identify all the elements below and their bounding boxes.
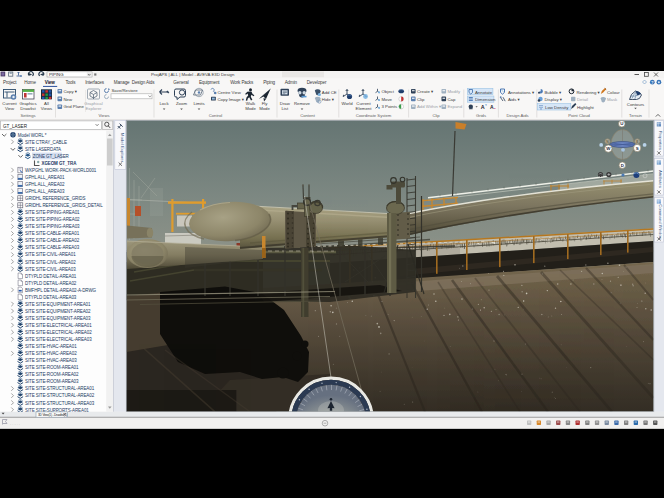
svg-text:Mode: Mode — [259, 106, 270, 111]
svg-text:Annotations ▾: Annotations ▾ — [508, 90, 535, 95]
svg-text:Object: Object — [382, 89, 395, 94]
svg-text:List: List — [281, 106, 288, 111]
svg-text:Grids: Grids — [476, 113, 486, 118]
svg-text:GRIDHL REFERENCE_GRIDS_DETAIL: GRIDHL REFERENCE_GRIDS_DETAIL — [25, 203, 103, 208]
svg-text:Create ▾: Create ▾ — [417, 89, 434, 94]
svg-text:SITE SITE-STRUCTURAL-AREA01: SITE SITE-STRUCTURAL-AREA01 — [25, 386, 95, 391]
svg-text:Properties: Properties — [658, 131, 663, 150]
svg-text:Contours: Contours — [627, 102, 644, 107]
svg-text:SITE SITE-PIPING-AREA03: SITE SITE-PIPING-AREA03 — [25, 224, 80, 229]
svg-text:SITE SITE-CIVIL-AREA03: SITE SITE-CIVIL-AREA03 — [25, 267, 76, 272]
svg-text:3D View(1) - Drawlist(1): 3D View(1) - Drawlist(1) — [38, 413, 67, 417]
svg-text:Dimension: Dimension — [475, 97, 496, 102]
svg-text:World: World — [341, 101, 353, 106]
svg-text:Grid Plane: Grid Plane — [64, 104, 85, 109]
svg-text:?: ? — [651, 81, 653, 85]
svg-text:DTYPLD DETAIL-AREA03: DTYPLD DETAIL-AREA03 — [25, 295, 77, 300]
svg-text:SITE SITE-ROOM-AREA01: SITE SITE-ROOM-AREA01 — [25, 365, 79, 370]
svg-text:Explorer: Explorer — [85, 106, 102, 111]
svg-text:Centre View: Centre View — [218, 90, 242, 95]
svg-text:SITE SITE-ROOM-AREA03: SITE SITE-ROOM-AREA03 — [25, 379, 79, 384]
svg-text:Display ▾: Display ▾ — [545, 97, 563, 102]
svg-text:U: U — [620, 121, 623, 126]
svg-text:Admin: Admin — [285, 80, 298, 85]
svg-text:Detail: Detail — [577, 97, 588, 102]
svg-text:A: A — [481, 104, 485, 110]
svg-text:DTYPLD DETAIL-AREA02: DTYPLD DETAIL-AREA02 — [25, 281, 77, 286]
svg-text:GT_LASER: GT_LASER — [3, 124, 28, 129]
svg-text:New: New — [64, 97, 73, 102]
svg-text:S: S — [636, 146, 639, 151]
svg-text:Equipment: Equipment — [199, 80, 220, 85]
svg-text:Clip: Clip — [417, 97, 425, 102]
svg-text:Interfaces: Interfaces — [85, 80, 105, 85]
svg-text:Zoom: Zoom — [176, 101, 187, 106]
svg-text:Copy Image ▾: Copy Image ▾ — [218, 97, 245, 102]
svg-text:Views: Views — [98, 113, 109, 118]
svg-text:Attributes: Attributes — [658, 170, 663, 188]
svg-text:ZONE GT_LASER: ZONE GT_LASER — [33, 154, 70, 159]
svg-text:Mask: Mask — [607, 97, 618, 102]
svg-text:SITE SITE-CIVIL-AREA02: SITE SITE-CIVIL-AREA02 — [25, 260, 76, 265]
svg-text:ProjAPS | ALL | Model - AVEVA: ProjAPS | ALL | Model - AVEVA E3D Design — [151, 72, 235, 77]
svg-text:GRIDHL REFERENCE_GRIDS: GRIDHL REFERENCE_GRIDS — [25, 196, 85, 201]
svg-text:PIPING: PIPING — [49, 72, 64, 77]
svg-text:Coordinate System: Coordinate System — [356, 113, 392, 118]
svg-text:SITE SITE-ELECTRICAL-AREA02: SITE SITE-ELECTRICAL-AREA02 — [25, 330, 92, 335]
svg-text:Terrain: Terrain — [629, 113, 642, 118]
svg-text:Mode: Mode — [245, 106, 256, 111]
svg-text:Tools: Tools — [65, 80, 76, 85]
svg-text:SITE SITE-ELECTRICAL-AREA03: SITE SITE-ELECTRICAL-AREA03 — [25, 337, 92, 342]
svg-text:Element: Element — [356, 106, 373, 111]
svg-text:3 Points: 3 Points — [382, 104, 398, 109]
svg-text:SITE SITE-ROOM-AREA02: SITE SITE-ROOM-AREA02 — [25, 372, 79, 377]
svg-text:Highlight: Highlight — [577, 105, 595, 110]
svg-text:General: General — [173, 80, 188, 85]
svg-text:Design Aids: Design Aids — [132, 80, 155, 85]
svg-text:View: View — [45, 80, 55, 85]
svg-text:SITE LASERDATA: SITE LASERDATA — [25, 147, 61, 152]
svg-text:- . - . -: - . - . - — [10, 422, 21, 426]
svg-text:Command Window: Command Window — [658, 204, 663, 240]
svg-text:SITE CTRAY_CABLE: SITE CTRAY_CABLE — [25, 140, 67, 145]
svg-text:A: A — [490, 104, 494, 110]
svg-text:Remove: Remove — [294, 101, 311, 106]
svg-text:Hide ▾: Hide ▾ — [322, 97, 335, 102]
svg-text:Model Explorer: Model Explorer — [120, 133, 125, 163]
svg-text:SITE SITE-HVAC-AREA02: SITE SITE-HVAC-AREA02 — [25, 351, 77, 356]
svg-text:Expand: Expand — [448, 104, 463, 109]
svg-text:Work Packs: Work Packs — [230, 80, 254, 85]
svg-text:Point Cloud: Point Cloud — [568, 113, 590, 118]
svg-text:Lock: Lock — [159, 101, 169, 106]
svg-text:Move: Move — [382, 97, 393, 102]
svg-text:Copy ▾: Copy ▾ — [64, 89, 78, 94]
svg-text:Developer: Developer — [307, 80, 327, 85]
svg-text:SITE SITE-EQUIPMENT-AREA03: SITE SITE-EQUIPMENT-AREA03 — [25, 316, 91, 321]
svg-text:XGEOM GT_TRA: XGEOM GT_TRA — [42, 161, 78, 166]
svg-text:Piping: Piping — [263, 80, 275, 85]
svg-text:Control: Control — [209, 113, 223, 118]
svg-text:SITE SITE-CABLE-AREA02: SITE SITE-CABLE-AREA02 — [25, 238, 80, 243]
svg-text:SITE SITE-STRUCTURAL-AREA02: SITE SITE-STRUCTURAL-AREA02 — [25, 393, 95, 398]
svg-text:Content: Content — [300, 113, 316, 118]
svg-text:GPHL ALL_AREA01: GPHL ALL_AREA01 — [25, 175, 65, 180]
svg-text:D: D — [621, 163, 624, 168]
svg-text:Project: Project — [3, 80, 17, 85]
svg-text:Rendering ▾: Rendering ▾ — [577, 90, 601, 95]
svg-text:SITE SITE-CABLE-AREA03: SITE SITE-CABLE-AREA03 — [25, 245, 80, 250]
svg-text:SITE SITE-HVAC-AREA01: SITE SITE-HVAC-AREA01 — [25, 344, 77, 349]
svg-text:Low Density: Low Density — [545, 105, 569, 110]
svg-text:Annotate: Annotate — [475, 90, 493, 95]
svg-text:Modify: Modify — [448, 89, 462, 94]
svg-text:Limits: Limits — [193, 101, 204, 106]
svg-text:Add Within ▾: Add Within ▾ — [417, 104, 442, 109]
svg-text:WKPGHL WORK-PACK-WORLD001: WKPGHL WORK-PACK-WORLD001 — [25, 168, 97, 173]
svg-text:Design Aids: Design Aids — [506, 113, 528, 118]
svg-text:Aids ▾: Aids ▾ — [508, 97, 521, 102]
svg-text:Save/Restore: Save/Restore — [112, 88, 139, 93]
svg-text:Views: Views — [41, 106, 52, 111]
svg-text:SITE SITE-EQUIPMENT-AREA01: SITE SITE-EQUIPMENT-AREA01 — [25, 302, 91, 307]
svg-text:SITE SITE-STRUCTURAL-AREA03: SITE SITE-STRUCTURAL-AREA03 — [25, 401, 95, 406]
svg-text:SITE SITE-HVAC-AREA03: SITE SITE-HVAC-AREA03 — [25, 358, 77, 363]
svg-text:Bubble ▾: Bubble ▾ — [545, 90, 563, 95]
